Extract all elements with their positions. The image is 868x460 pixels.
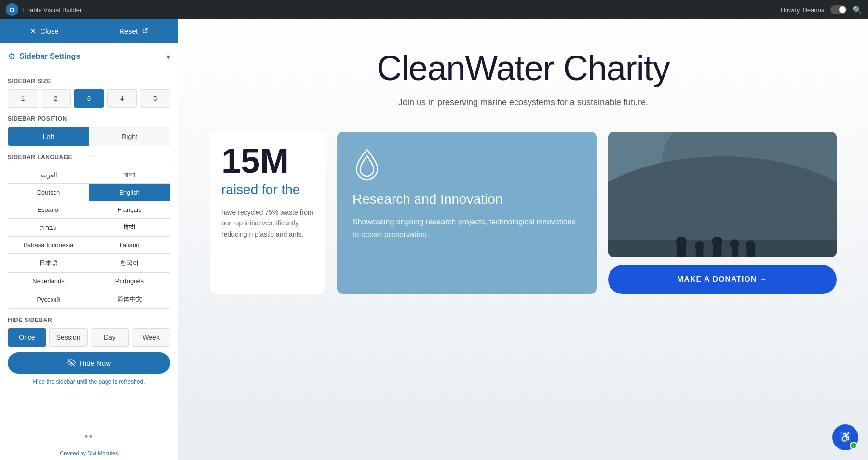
landscape-photo	[608, 132, 837, 257]
sidebar-size-label: Sidebar Size	[8, 78, 170, 84]
lang-chinese[interactable]: 简体中文	[89, 290, 170, 308]
photo-scene	[608, 132, 837, 257]
sidebar-top-buttons: ✕ Close Reset ↺	[0, 19, 178, 43]
accessibility-button[interactable]: ♿ ✓	[832, 424, 858, 450]
hide-sidebar-time-buttons: Once Session Day Week	[8, 328, 170, 347]
research-title: Research and Innovation	[353, 191, 581, 208]
x-icon: ✕	[30, 27, 36, 36]
sidebar-language-label: Sidebar Language	[8, 154, 170, 161]
sidebar-size-buttons: 1 2 3 4 5	[8, 89, 170, 108]
hero-subtitle: Join us in preserving marine ecosystems …	[398, 98, 648, 108]
hide-session-btn[interactable]: Session	[49, 328, 88, 347]
reset-button[interactable]: Reset ↺	[89, 19, 178, 43]
sidebar: ✕ Close Reset ↺ ⚙ Sidebar Settings ▾ Sid…	[0, 19, 178, 460]
size-btn-3[interactable]: 3	[74, 89, 104, 108]
stats-card: 15M raised for the have recycled 75% was…	[210, 132, 326, 294]
lang-bengali[interactable]: বাংলা	[89, 166, 170, 183]
lang-hindi[interactable]: हिन्दी	[89, 219, 170, 236]
sidebar-content: Sidebar Size 1 2 3 4 5 Sidebar Position …	[0, 70, 178, 401]
svg-point-11	[712, 237, 722, 247]
photo-donation-card: MAKE A DONATION →	[608, 132, 837, 294]
svg-point-15	[746, 241, 756, 251]
accessibility-icon: ♿	[839, 431, 852, 444]
drag-dots-icon: ••	[84, 431, 93, 442]
top-bar-left: D Enable Visual Builder	[6, 3, 81, 16]
reset-icon: ↺	[142, 27, 148, 36]
water-drop-icon	[353, 147, 581, 183]
lang-korean[interactable]: 한국어	[89, 254, 170, 272]
language-grid: العربية বাংলা Deutsch English Español Fr…	[8, 166, 170, 309]
toggle-switch[interactable]	[830, 5, 847, 14]
svg-rect-5	[608, 240, 837, 257]
svg-point-9	[695, 241, 704, 250]
hide-week-btn[interactable]: Week	[132, 328, 170, 347]
visual-builder-label: Enable Visual Builder	[22, 6, 81, 14]
size-btn-2[interactable]: 2	[41, 89, 71, 108]
hide-once-btn[interactable]: Once	[8, 328, 46, 347]
close-button[interactable]: ✕ Close	[0, 19, 89, 43]
sidebar-position-label: Sidebar Position	[8, 115, 170, 122]
lang-arabic[interactable]: العربية	[8, 166, 89, 183]
main-content: CleanWater Charity Join us in preserving…	[178, 19, 868, 460]
top-bar: D Enable Visual Builder Howdy, Deanna 🔍	[0, 0, 868, 19]
gear-icon: ⚙	[8, 51, 15, 62]
user-greeting: Howdy, Deanna	[780, 6, 825, 14]
research-card: Research and Innovation Showcasing ongoi…	[337, 132, 597, 294]
sidebar-settings-header: ⚙ Sidebar Settings ▾	[0, 43, 178, 70]
lang-deutsch[interactable]: Deutsch	[8, 184, 89, 201]
lang-indonesian[interactable]: Bahasa Indonesia	[8, 237, 89, 253]
hide-now-button[interactable]: Hide Now	[8, 352, 170, 374]
lang-russian[interactable]: Русский	[8, 290, 89, 308]
top-bar-right: Howdy, Deanna 🔍	[780, 5, 862, 14]
divi-logo: D	[6, 3, 18, 16]
size-btn-4[interactable]: 4	[107, 89, 137, 108]
hero-title: CleanWater Charity	[377, 48, 670, 88]
sidebar-settings-title: Sidebar Settings	[19, 52, 80, 61]
position-left-btn[interactable]: Left	[8, 127, 89, 146]
search-icon[interactable]: 🔍	[853, 5, 862, 14]
sidebar-footer: Created by Divi-Modules	[0, 446, 178, 460]
main-layout: ✕ Close Reset ↺ ⚙ Sidebar Settings ▾ Sid…	[0, 19, 868, 460]
size-btn-1[interactable]: 1	[8, 89, 38, 108]
lang-espanol[interactable]: Español	[8, 201, 89, 218]
lang-portuguese[interactable]: Português	[89, 273, 170, 290]
donation-button[interactable]: MAKE A DONATION →	[608, 265, 837, 294]
lang-francais[interactable]: Français	[89, 201, 170, 218]
hide-sidebar-note: Hide the sidebar until the page is refre…	[8, 378, 170, 385]
stats-desc: have recycled 75% waste from our -up ini…	[221, 207, 314, 239]
svg-point-13	[730, 239, 739, 249]
research-desc: Showcasing ongoing research projects, te…	[353, 216, 581, 240]
position-right-btn[interactable]: Right	[89, 127, 170, 146]
lang-dutch[interactable]: Nederlands	[8, 273, 89, 290]
sidebar-position-buttons: Left Right	[8, 127, 170, 146]
lang-hebrew[interactable]: עברית	[8, 219, 89, 236]
hide-sidebar-label: Hide Sidebar	[8, 317, 170, 323]
size-btn-5[interactable]: 5	[140, 89, 170, 108]
stats-number: 15M	[221, 143, 314, 178]
svg-point-7	[676, 237, 687, 247]
divi-modules-link[interactable]: Created by Divi-Modules	[60, 450, 118, 456]
stats-raised-text: raised for the	[221, 182, 314, 197]
drag-handle[interactable]: ••	[0, 427, 178, 446]
lang-italian[interactable]: Italiano	[89, 237, 170, 253]
eye-off-icon	[67, 358, 76, 368]
lang-english[interactable]: English	[89, 184, 170, 201]
lang-japanese[interactable]: 日本語	[8, 254, 89, 272]
chevron-down-icon[interactable]: ▾	[166, 52, 170, 61]
accessibility-badge: ✓	[850, 442, 857, 449]
cards-row: 15M raised for the have recycled 75% was…	[210, 132, 837, 294]
hide-day-btn[interactable]: Day	[91, 328, 129, 347]
